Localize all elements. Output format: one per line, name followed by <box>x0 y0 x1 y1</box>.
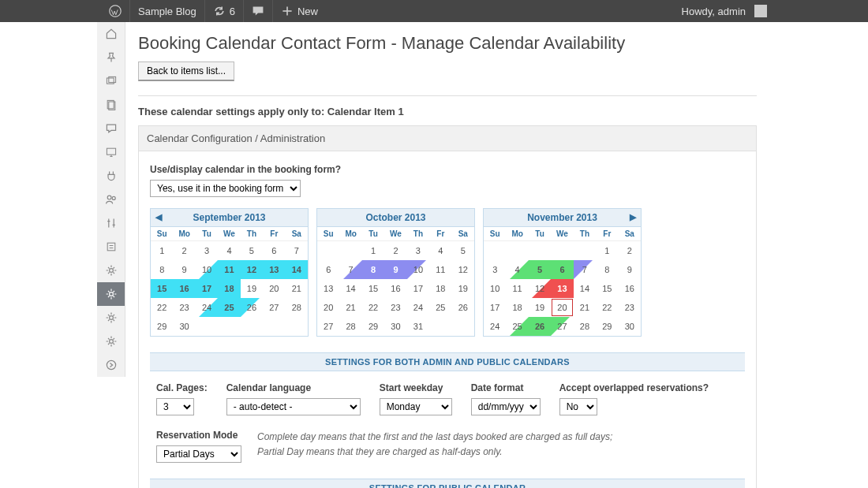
back-button[interactable]: Back to items list... <box>138 61 234 81</box>
account-howdy[interactable]: Howdy, admin <box>674 0 775 22</box>
calendar-day[interactable]: 6 <box>317 260 339 279</box>
calendar-day[interactable]: 19 <box>452 279 474 298</box>
calendar-day[interactable]: 28 <box>339 317 361 336</box>
sidebar-dashboard[interactable] <box>97 22 125 46</box>
calendar-day[interactable]: 18 <box>506 298 528 317</box>
calendar-day[interactable]: 20 <box>317 298 339 317</box>
calendar-day[interactable]: 26 <box>452 298 474 317</box>
calendar-day[interactable]: 7 <box>286 241 308 260</box>
calendar-day[interactable]: 22 <box>151 298 173 317</box>
site-name[interactable]: Sample Blog <box>129 0 204 22</box>
calendar-day[interactable]: 13 <box>317 279 339 298</box>
comments[interactable] <box>243 0 272 22</box>
calendar-day[interactable]: 3 <box>196 241 218 260</box>
sidebar-users[interactable] <box>97 188 125 211</box>
new-content[interactable]: New <box>272 0 326 22</box>
calendar-day[interactable]: 24 <box>407 298 429 317</box>
calendar-day[interactable]: 12 <box>529 279 551 298</box>
date-format-select[interactable]: dd/mm/yyyy <box>471 398 541 415</box>
calendar-day[interactable]: 4 <box>506 260 528 279</box>
calendar-day[interactable]: 27 <box>263 298 285 317</box>
calendar-day[interactable]: 3 <box>407 241 429 260</box>
calendar-day[interactable]: 10 <box>407 260 429 279</box>
cal-lang-select[interactable]: - auto-detect - <box>226 398 361 415</box>
updates[interactable]: 6 <box>204 0 243 22</box>
overlap-select[interactable]: No <box>559 398 597 415</box>
calendar-day[interactable]: 20 <box>263 279 285 298</box>
calendar-day[interactable]: 14 <box>339 279 361 298</box>
calendar-day[interactable]: 4 <box>429 241 451 260</box>
next-month[interactable]: ▶ <box>630 212 636 222</box>
calendar-day[interactable]: 11 <box>506 279 528 298</box>
start-weekday-select[interactable]: Monday <box>380 398 452 415</box>
calendar-day[interactable]: 28 <box>574 317 596 336</box>
use-calendar-select[interactable]: Yes, use it in the booking form <box>150 180 301 197</box>
cal-pages-select[interactable]: 3 <box>156 398 194 415</box>
calendar-day[interactable]: 26 <box>529 317 551 336</box>
calendar-day[interactable]: 8 <box>151 260 173 279</box>
calendar-day[interactable]: 1 <box>596 241 618 260</box>
calendar-day[interactable]: 27 <box>317 317 339 336</box>
calendar-day[interactable]: 28 <box>286 298 308 317</box>
calendar-day[interactable]: 30 <box>173 317 195 336</box>
sidebar-booking-calendar[interactable] <box>97 282 125 306</box>
calendar-day[interactable]: 3 <box>484 260 506 279</box>
calendar-day[interactable]: 11 <box>218 260 240 279</box>
calendar-day[interactable]: 17 <box>196 279 218 298</box>
calendar-day[interactable]: 16 <box>619 279 641 298</box>
calendar-day[interactable]: 11 <box>429 260 451 279</box>
calendar-day[interactable]: 15 <box>362 279 384 298</box>
sidebar-comments[interactable] <box>97 117 125 140</box>
calendar-day[interactable]: 6 <box>551 260 573 279</box>
calendar-day[interactable]: 25 <box>429 298 451 317</box>
calendar-day[interactable]: 9 <box>173 260 195 279</box>
calendar-day[interactable]: 29 <box>362 317 384 336</box>
calendar-day[interactable]: 17 <box>407 279 429 298</box>
calendar-day[interactable]: 16 <box>384 279 406 298</box>
sidebar-gear1[interactable] <box>97 259 125 282</box>
sidebar-posts[interactable] <box>97 46 125 69</box>
calendar-day[interactable]: 5 <box>241 241 263 260</box>
calendar-day[interactable]: 2 <box>384 241 406 260</box>
sidebar-collapse[interactable] <box>97 353 125 377</box>
calendar-day[interactable]: 25 <box>506 317 528 336</box>
calendar-day[interactable]: 18 <box>429 279 451 298</box>
calendar-day[interactable]: 8 <box>596 260 618 279</box>
calendar-day[interactable]: 29 <box>151 317 173 336</box>
calendar-day[interactable]: 22 <box>362 298 384 317</box>
calendar-day[interactable]: 12 <box>452 260 474 279</box>
wp-logo[interactable] <box>101 0 129 22</box>
calendar-day[interactable]: 15 <box>596 279 618 298</box>
calendar-day[interactable]: 6 <box>263 241 285 260</box>
calendar-day[interactable]: 16 <box>173 279 195 298</box>
sidebar-tools[interactable] <box>97 211 125 235</box>
calendar-day[interactable]: 22 <box>596 298 618 317</box>
sidebar-plugins[interactable] <box>97 164 125 188</box>
calendar-day[interactable]: 15 <box>151 279 173 298</box>
calendar-day[interactable]: 13 <box>551 279 573 298</box>
calendar-day[interactable]: 5 <box>529 260 551 279</box>
calendar-day[interactable]: 2 <box>619 241 641 260</box>
calendar-day[interactable]: 21 <box>286 279 308 298</box>
calendar-day[interactable]: 19 <box>529 298 551 317</box>
sidebar-pages[interactable] <box>97 93 125 117</box>
sidebar-appearance[interactable] <box>97 140 125 164</box>
calendar-day[interactable]: 31 <box>407 317 429 336</box>
calendar-day[interactable]: 12 <box>241 260 263 279</box>
calendar-day[interactable]: 4 <box>218 241 240 260</box>
calendar-day[interactable]: 9 <box>619 260 641 279</box>
calendar-day[interactable]: 13 <box>263 260 285 279</box>
calendar-day[interactable]: 21 <box>339 298 361 317</box>
calendar-day[interactable]: 18 <box>218 279 240 298</box>
sidebar-settings[interactable] <box>97 235 125 259</box>
calendar-day[interactable]: 29 <box>596 317 618 336</box>
calendar-day[interactable]: 9 <box>384 260 406 279</box>
calendar-day[interactable]: 7 <box>574 260 596 279</box>
calendar-day[interactable]: 30 <box>384 317 406 336</box>
calendar-day[interactable]: 27 <box>551 317 573 336</box>
calendar-day[interactable]: 10 <box>484 279 506 298</box>
calendar-day[interactable]: 1 <box>151 241 173 260</box>
prev-month[interactable]: ◀ <box>155 212 162 222</box>
sidebar-gear4[interactable] <box>97 330 125 353</box>
sidebar-gear3[interactable] <box>97 306 125 330</box>
